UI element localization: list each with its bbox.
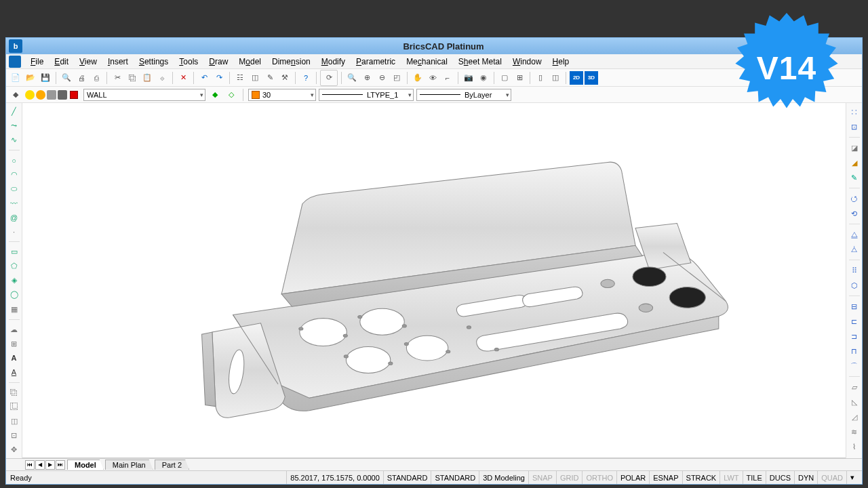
menu-help[interactable]: Help [547, 56, 575, 68]
tab-prev-icon[interactable]: ◀ [35, 460, 45, 470]
sweep-icon[interactable]: ◢ [848, 157, 861, 169]
explorer-icon[interactable]: ◫ [248, 71, 262, 85]
3d-icon[interactable]: 3D [585, 71, 598, 85]
redo-icon[interactable]: ↷ [212, 71, 226, 85]
2d-icon[interactable]: 2D [570, 71, 583, 85]
tab-mainplan[interactable]: Main Plan [105, 460, 153, 470]
revolve-icon[interactable]: ⟲ [848, 207, 861, 220]
zoom-out-icon[interactable]: ⊖ [375, 71, 389, 85]
menu-parametric[interactable]: Parametric [351, 56, 401, 68]
wireframe-icon[interactable]: ⊞ [513, 71, 526, 85]
layer-dropdown[interactable]: WALL [83, 89, 205, 101]
move-tool-icon[interactable]: ✥ [8, 444, 20, 455]
regen-icon[interactable]: ⟳ [322, 71, 336, 85]
toggle-dyn[interactable]: DYN [794, 471, 817, 484]
xedges-icon[interactable]: ≋ [848, 426, 861, 438]
linetype-dropdown[interactable]: LTYPE_1 [319, 89, 414, 101]
menu-edit[interactable]: Edit [49, 56, 74, 68]
print-icon[interactable]: 🖨 [75, 71, 88, 85]
rect-icon[interactable]: ▭ [8, 246, 20, 258]
tab-part2[interactable]: Part 2 [155, 460, 189, 470]
new-icon[interactable]: 📄 [9, 71, 22, 85]
menu-draw[interactable]: Draw [203, 56, 233, 68]
save-icon[interactable]: 💾 [39, 71, 52, 85]
array-tool-icon[interactable]: ⊡ [8, 430, 20, 441]
status-std2[interactable]: STANDARD [431, 471, 479, 484]
copy-icon[interactable]: ⿻ [125, 71, 139, 85]
lineweight-dropdown[interactable]: ByLayer [416, 89, 511, 101]
layer-on-icon[interactable] [25, 90, 35, 100]
layer-states-icon[interactable]: ◇ [224, 88, 238, 102]
cut-icon[interactable]: ✂ [111, 71, 124, 85]
menu-file[interactable]: File [25, 56, 49, 68]
tab-next-icon[interactable]: ▶ [45, 460, 55, 470]
match-icon[interactable]: ⟐ [155, 71, 169, 85]
tools-icon[interactable]: ⚒ [278, 71, 292, 85]
open-icon[interactable]: 📂 [24, 71, 37, 85]
toggle-ducs[interactable]: DUCS [766, 471, 794, 484]
layer-prev-icon[interactable]: ◆ [208, 88, 222, 102]
status-workspace[interactable]: 3D Modeling [479, 471, 528, 484]
point-icon[interactable]: · [8, 226, 20, 237]
pan-icon[interactable]: ✋ [411, 71, 425, 85]
mirror-tool-icon[interactable]: ⿺ [8, 401, 20, 413]
ucs-icon[interactable]: ⌐ [441, 71, 454, 85]
render-icon[interactable]: ◉ [477, 71, 490, 85]
toggle-grid[interactable]: GRID [556, 471, 583, 484]
drawing-canvas[interactable] [22, 103, 846, 458]
toggle-polar[interactable]: POLAR [616, 471, 649, 484]
solid-icon[interactable]: ⬡ [848, 279, 861, 291]
snap-mid-icon[interactable]: ⊡ [848, 121, 861, 133]
table-icon[interactable]: ⊞ [8, 338, 20, 350]
menu-model[interactable]: Model [233, 56, 267, 68]
menu-sheetmetal[interactable]: Sheet Metal [453, 56, 507, 68]
toggle-quad[interactable]: QUAD [817, 471, 846, 484]
offset-tool-icon[interactable]: ◫ [8, 415, 20, 427]
toggle-strack[interactable]: STRACK [682, 471, 720, 484]
ellipse-icon[interactable]: ⬭ [8, 183, 20, 195]
region-icon[interactable]: ◈ [8, 274, 20, 286]
tab-last-icon[interactable]: ⏭ [56, 460, 65, 470]
layer-lock-icon[interactable] [47, 90, 56, 100]
tab-first-icon[interactable]: ⏮ [25, 460, 35, 470]
settings-icon[interactable]: ✎ [263, 71, 277, 85]
line-icon[interactable]: ╱ [8, 106, 20, 117]
arc-icon[interactable]: ◠ [8, 169, 20, 180]
properties-icon[interactable]: ☷ [233, 71, 247, 85]
shell-icon[interactable]: ⊐ [848, 330, 861, 342]
menu-tools[interactable]: Tools [174, 56, 203, 68]
menu-mechanical[interactable]: Mechanical [401, 56, 453, 68]
help-icon[interactable]: ? [299, 71, 313, 85]
fillet3d-icon[interactable]: ⌒ [848, 360, 861, 372]
flatten-icon[interactable]: ▱ [848, 381, 861, 393]
layer-plot-icon[interactable] [58, 90, 67, 100]
tab-model[interactable]: Model [67, 460, 104, 470]
status-menu-icon[interactable]: ▾ [846, 471, 858, 484]
orbit-icon[interactable]: 👁 [426, 71, 439, 85]
copy-tool-icon[interactable]: ⿻ [8, 387, 20, 399]
menu-view[interactable]: View [74, 56, 102, 68]
menu-insert[interactable]: Insert [102, 56, 134, 68]
polyline-icon[interactable]: ⤳ [8, 120, 20, 131]
section-icon[interactable]: ⊏ [848, 315, 861, 327]
paste-icon[interactable]: 📋 [140, 71, 154, 85]
vport1-icon[interactable]: ▯ [534, 71, 547, 85]
undo-icon[interactable]: ↶ [197, 71, 211, 85]
menu-window[interactable]: Window [507, 56, 547, 68]
color-dropdown[interactable]: 30 [248, 89, 316, 101]
toggle-snap[interactable]: SNAP [528, 471, 556, 484]
revcloud-icon[interactable]: ☁ [8, 324, 20, 336]
spiral-icon[interactable]: @ [8, 211, 20, 223]
array3d-icon[interactable]: ⠿ [848, 264, 861, 277]
imprint-icon[interactable]: ⌇ [848, 441, 861, 453]
curve-icon[interactable]: 〰 [8, 197, 20, 209]
text-icon[interactable]: A [8, 352, 20, 364]
toggle-lwt[interactable]: LWT [719, 471, 742, 484]
slice-icon[interactable]: ⊟ [848, 300, 861, 312]
unfold-icon[interactable]: ◿ [848, 411, 861, 423]
snap-endpoint-icon[interactable]: ⸬ [848, 106, 861, 118]
spline-icon[interactable]: ∿ [8, 134, 20, 146]
toggle-tile[interactable]: TILE [743, 471, 766, 484]
status-std1[interactable]: STANDARD [383, 471, 431, 484]
zoom-in-icon[interactable]: ⊕ [360, 71, 374, 85]
